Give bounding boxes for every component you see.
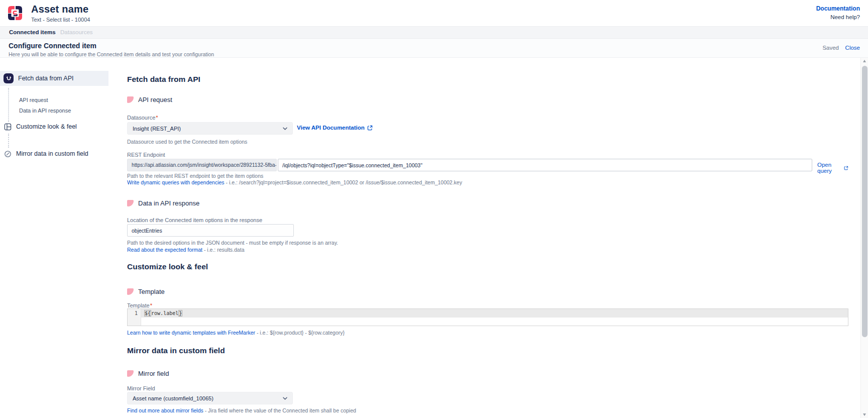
page-title: Asset name	[31, 4, 90, 15]
rest-endpoint-label: REST Endpoint	[127, 152, 165, 158]
template-code-line	[141, 318, 848, 326]
sidebar-item-fetch-data[interactable]: Fetch data from API	[0, 71, 108, 86]
sidebar-item-customize[interactable]: Customize look & feel	[4, 122, 77, 131]
location-input[interactable]	[127, 224, 294, 237]
template-section-head: Template	[127, 288, 165, 295]
tab-datasources[interactable]: Datasources	[60, 27, 93, 38]
location-helper: Path to the desired options in the JSON …	[127, 240, 338, 246]
configure-subtitle: Here you will be able to configure the C…	[9, 51, 214, 57]
close-button[interactable]: Close	[845, 45, 860, 51]
fetch-step-icon	[4, 73, 14, 83]
mirror-field-helper: Find out more about mirror fields - Jira…	[127, 407, 356, 413]
required-marker: *	[150, 302, 152, 308]
expected-format-link[interactable]: Read about the expected format	[127, 247, 202, 253]
sidebar-item-label: Fetch data from API	[18, 75, 73, 82]
dynamic-queries-helper: Write dynamic queries with dependencies …	[127, 179, 462, 185]
section-flag-icon	[127, 96, 134, 103]
data-response-section-head: Data in API response	[127, 199, 199, 207]
scrollbar-thumb[interactable]	[862, 66, 867, 337]
layout-step-icon	[4, 123, 12, 131]
endpoint-path-input[interactable]	[278, 159, 812, 171]
view-api-documentation-link[interactable]: View API Documentation	[297, 125, 373, 131]
external-link-icon	[367, 125, 373, 131]
mirror-heading: Mirror data in custom field	[127, 346, 225, 355]
sidebar-subitem-api-request[interactable]: API request	[19, 97, 48, 103]
tab-bar: Connected items Datasources	[0, 26, 868, 39]
section-title: Data in API response	[138, 199, 199, 207]
mirror-fields-link[interactable]: Find out more about mirror fields	[127, 407, 203, 413]
template-code-editor[interactable]: 1 ${row.label}	[127, 308, 848, 326]
line-number-gutter	[128, 318, 141, 326]
need-help-link[interactable]: Need help?	[830, 14, 860, 20]
sidebar-item-label: Mirror data in custom field	[16, 150, 88, 157]
section-flag-icon	[127, 288, 134, 295]
mirror-field-label: Mirror Field	[127, 385, 155, 391]
mirror-field-select[interactable]: Asset name (customfield_10065)	[127, 392, 293, 404]
mirror-step-icon	[4, 150, 12, 158]
chevron-down-icon	[283, 127, 287, 130]
sidebar-item-mirror[interactable]: Mirror data in custom field	[4, 149, 88, 158]
scroll-down-icon[interactable]	[863, 413, 866, 416]
location-label: Location of the Connected item options i…	[127, 217, 262, 223]
datasource-select-value: Insight (REST_API)	[133, 126, 283, 132]
fetch-heading: Fetch data from API	[127, 75, 200, 84]
sidebar-subitem-data-in-api-response[interactable]: Data in API response	[19, 108, 71, 114]
step-connector	[8, 88, 9, 122]
section-title: API request	[138, 96, 172, 103]
api-request-section-head: API request	[127, 96, 172, 103]
mirror-field-section-head: Mirror field	[127, 370, 169, 377]
endpoint-helper: Path to the relevant REST endpoint to ge…	[127, 173, 263, 179]
page: Asset name Text - Select list - 10004 Do…	[0, 0, 868, 418]
tab-connected-items[interactable]: Connected items	[9, 27, 56, 38]
datasource-select[interactable]: Insight (REST_API)	[127, 122, 293, 135]
customize-heading: Customize look & feel	[127, 262, 208, 271]
app-logo-icon	[6, 4, 24, 22]
configuration-form: Fetch data from API API request Datasour…	[127, 58, 848, 418]
chevron-down-icon	[283, 397, 287, 400]
app-header: Asset name Text - Select list - 10004 Do…	[0, 0, 868, 26]
configure-bar: Configure Connected item Here you will b…	[0, 39, 868, 58]
format-helper: Read about the expected format - i.e.: r…	[127, 247, 244, 253]
freemarker-link[interactable]: Learn how to write dynamic templates wit…	[127, 330, 255, 336]
section-flag-icon	[127, 370, 134, 377]
datasource-helper: Datasource used to get the Connected ite…	[127, 139, 247, 145]
endpoint-base-field: https://api.atlassian.com/jsm/insight/wo…	[127, 159, 277, 171]
dynamic-queries-link[interactable]: Write dynamic queries with dependencies	[127, 179, 225, 185]
documentation-link[interactable]: Documentation	[816, 5, 860, 12]
template-label: Template*	[127, 302, 152, 308]
freemarker-helper: Learn how to write dynamic templates wit…	[127, 330, 345, 336]
configure-title: Configure Connected item	[9, 42, 96, 50]
mirror-field-select-value: Asset name (customfield_10065)	[133, 395, 283, 401]
scroll-up-icon[interactable]	[863, 60, 866, 62]
scrollbar[interactable]	[860, 58, 868, 418]
steps-sidebar: Fetch data from API API request Data in …	[0, 58, 111, 418]
template-code-line: ${row.label}	[141, 309, 848, 318]
required-marker: *	[156, 115, 158, 121]
open-query-link[interactable]: Open query	[817, 162, 848, 174]
saved-status: Saved	[822, 45, 839, 51]
sidebar-item-label: Customize look & feel	[16, 123, 77, 130]
section-flag-icon	[127, 200, 134, 206]
datasource-label: Datasource*	[127, 115, 158, 121]
page-subtitle: Text - Select list - 10004	[31, 17, 90, 23]
external-link-icon	[844, 165, 848, 171]
step-connector	[8, 134, 9, 148]
line-number-gutter: 1	[128, 309, 141, 318]
section-title: Mirror field	[138, 370, 169, 377]
section-title: Template	[138, 288, 165, 295]
rest-endpoint-row: https://api.atlassian.com/jsm/insight/wo…	[127, 159, 812, 171]
